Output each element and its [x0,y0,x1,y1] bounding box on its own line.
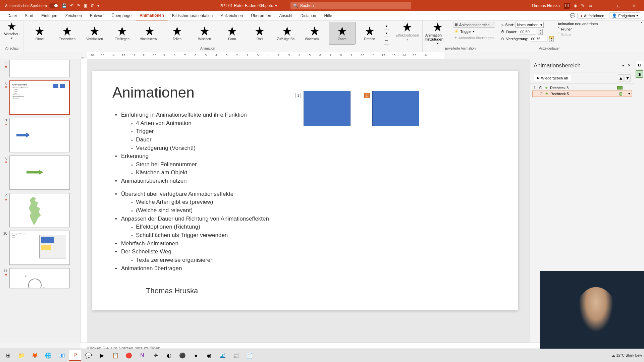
anim-effect-zuflligeba[interactable]: Zufällige Ba... [274,22,301,45]
tab-übergänge[interactable]: Übergänge [108,11,136,20]
tab-entwurf[interactable]: Entwurf [86,11,108,20]
present-icon[interactable]: ▣ [84,3,87,8]
tab-hilfe[interactable]: Hilfe [320,11,336,20]
thumbnail-9[interactable] [9,193,70,227]
edge-icon[interactable]: 🌊 [217,350,229,361]
slide-thumbnails[interactable]: 5★6★Animationen• Einführung in Animation… [0,59,80,343]
pane-close-icon[interactable]: ✕ [628,63,631,68]
qat-more-icon[interactable]: ▾ [97,3,99,8]
pane-btn-2[interactable]: ◨ [636,70,643,78]
user-avatar[interactable]: TH [564,3,570,9]
anim-effect-teilen[interactable]: Teilen [164,22,191,45]
anim-tag-1[interactable]: 1 [296,93,301,98]
anim-effect-wachsenu[interactable]: Wachsen u... [301,22,328,45]
app-icon-1[interactable]: 💬 [83,350,95,361]
touch-icon[interactable]: ⇵ [91,3,94,8]
tab-einfügen[interactable]: Einfügen [37,11,61,20]
minimize-button[interactable]: ─ [596,0,611,11]
anim-effect-drehen[interactable]: Drehen [356,22,383,45]
play-from-button[interactable]: ▶Wiedergeben ab [534,75,571,81]
tab-datei[interactable]: Datei [3,11,21,20]
vlc-icon[interactable]: ▶ [96,350,108,361]
move-earlier-button[interactable]: ˄Früher [558,27,598,31]
app-icon-2[interactable]: 📋 [109,350,121,361]
tab-überprüfen[interactable]: Überprüfen [247,11,275,20]
comments-icon[interactable]: 💬 [570,13,575,18]
tab-zeichnen[interactable]: Zeichnen [61,11,86,20]
tab-aufzeichnen[interactable]: Aufzeichnen [217,11,247,20]
maximize-button[interactable]: ◻ [611,0,626,11]
tab-animationen[interactable]: Animationen [136,11,168,20]
thumbnail-8[interactable] [9,156,70,190]
pane-btn-1[interactable]: ◧ [636,61,643,68]
anim-effect-zoom[interactable]: Zoom [329,22,356,45]
firefox-icon[interactable]: 🦊 [29,350,41,361]
delay-spinner-up[interactable]: ▴ [549,36,553,39]
app-icon-7[interactable]: 📰 [230,350,242,361]
outlook-icon[interactable]: 📧 [56,350,68,361]
gallery-scroll[interactable]: ▴▾⋯ [384,22,389,45]
thumbnail-7[interactable] [9,118,70,152]
app-icon-4[interactable]: ◐ [163,350,175,361]
rect-shape-1[interactable] [304,91,351,126]
delay-field[interactable]: ⏲Verzögerung:▴▾ [501,36,553,42]
pen-icon[interactable]: ✎ [581,3,584,8]
rect-shape-2[interactable] [372,91,419,126]
start-button[interactable]: ⊞ [2,350,14,361]
record-button[interactable]: ●Aufzeichnen [577,13,607,19]
redo-icon[interactable]: ↷ [77,3,80,8]
start-field[interactable]: ▷Start:Nach Vorher...▾ [501,22,553,28]
onenote-icon[interactable]: N [136,350,148,361]
slide-author[interactable]: Thomas Hruska [146,287,198,295]
window-icon[interactable]: ▭ [588,3,592,8]
app-icon-6[interactable]: ◉ [203,350,215,361]
anim-effect-erscheinen[interactable]: Erscheinen [54,22,80,45]
app-icon-5[interactable]: ● [190,350,202,361]
collapse-ribbon-icon[interactable]: ˄ [641,22,643,26]
search-input[interactable]: 🔍 Suchen [290,2,411,9]
app-icon-3[interactable]: 🔴 [123,350,135,361]
diamond-icon[interactable]: ◈ [574,3,577,8]
file-name[interactable]: PPT 01 Roter Faden 004.pptx▾ [219,3,277,8]
anim-effect-ohne[interactable]: Ohne [26,22,53,45]
chrome-icon[interactable]: 🌐 [42,350,54,361]
autosave-switch-icon[interactable] [49,3,58,8]
autosave-toggle[interactable]: Automatisches Speichern [5,3,58,8]
preview-button[interactable]: Vorschau▾ [3,22,21,40]
pane-dropdown-icon[interactable]: ▾ [622,63,624,68]
share-button[interactable]: 👤Freigeben▾ [609,12,641,19]
slide-canvas[interactable]: Animationen Einführung in Animationseffe… [92,71,518,310]
delay-spinner-down[interactable]: ▾ [549,39,553,42]
save-icon[interactable]: 💾 [62,3,67,8]
anim-item-0[interactable]: 1⏱★Rechteck 3 [532,85,632,90]
animation-pane-button[interactable]: ☰Animationsbereich [453,22,495,27]
anim-effect-einfliegen[interactable]: Einfliegen [109,22,136,45]
thumbnail-10[interactable]: Planung und Präsentation· item· item [9,231,70,265]
anim-effect-rad[interactable]: Rad [246,22,273,45]
tab-dictation[interactable]: Dictation [297,11,320,20]
thumbnail-11[interactable]: ⏱♡ [9,268,70,288]
weather-widget[interactable]: ☁ 12°C Stark bew [611,353,642,358]
anim-tag-2[interactable]: 1 [364,93,370,98]
user-name[interactable]: Thomas Hruska [531,3,560,8]
tab-start[interactable]: Start [21,11,37,20]
move-up-icon[interactable]: ▴ [618,74,624,81]
powerpoint-icon[interactable]: P [69,350,81,361]
telegram-icon[interactable]: ✈ [150,350,162,361]
slide-editor[interactable]: Animationen Einführung in Animationseffe… [80,59,530,343]
trigger-button[interactable]: ⚡Trigger▾ [453,29,495,34]
file-explorer-icon[interactable]: 📁 [15,350,28,361]
thumbnail-5[interactable] [9,60,70,77]
move-down-icon[interactable]: ▾ [625,74,631,81]
tab-bildschirmpräsentation[interactable]: Bildschirmpräsentation [168,11,217,20]
app-icon-8[interactable]: 📄 [244,350,256,361]
add-animation-button[interactable]: Animation hinzufügen▾ [425,22,450,45]
anim-effect-wischen[interactable]: Wischen [191,22,218,45]
thumbnail-6[interactable]: Animationen• Einführung in Animations...… [9,80,70,115]
anim-effect-form[interactable]: Form [219,22,246,45]
duration-field[interactable]: ⏱Dauer:▴▾ [501,29,553,35]
slide-body[interactable]: Einführung in Animationseffekte und ihre… [112,111,498,273]
anim-effect-verblassen[interactable]: Verblassen [81,22,108,45]
obs-icon[interactable]: ⚫ [176,350,189,361]
anim-item-1[interactable]: ⏱★Rechteck 5▾ [532,90,632,97]
